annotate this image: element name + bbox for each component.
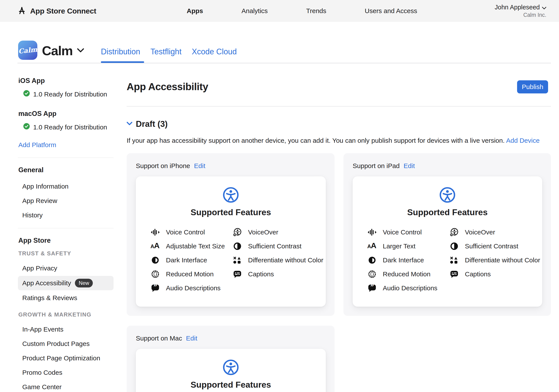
sidebar-item-label: Game Center	[22, 383, 62, 391]
feature-item: Voice Control	[150, 225, 232, 239]
sidebar-item-game-center[interactable]: Game Center	[18, 380, 113, 392]
feature-item: Reduced Motion	[367, 267, 449, 281]
feature-item: AAAdjustable Text Size	[150, 239, 232, 253]
new-badge: New	[75, 279, 93, 287]
feature-label: Adjustable Text Size	[166, 243, 225, 250]
feature-label: Dark Interface	[166, 256, 207, 264]
draft-description: If your app has accessibility support on…	[127, 137, 540, 145]
feature-item: VoiceOver	[232, 225, 326, 239]
differentiate-without-color-icon	[449, 255, 459, 265]
sidebar-item-app-information[interactable]: App Information	[18, 180, 113, 193]
larger-text-icon: AA	[367, 241, 377, 251]
differentiate-without-color-icon	[232, 255, 242, 265]
support-cards: Support on iPhone Edit Supported Feature…	[127, 153, 551, 392]
audio-descriptions-icon: ”	[150, 283, 160, 293]
feature-item: Reduced Motion	[150, 267, 232, 281]
dark-interface-icon	[367, 255, 377, 265]
supported-features-panel: Supported Features Voice ControlAALarger…	[353, 176, 542, 307]
feature-label: Reduced Motion	[166, 270, 214, 278]
draft-section-toggle[interactable]: Draft (3)	[127, 119, 168, 129]
sidebar-item-history[interactable]: History	[18, 209, 113, 222]
voice-control-icon	[367, 227, 377, 237]
feature-item: Captions	[232, 267, 326, 281]
svg-text:A: A	[154, 241, 160, 250]
sidebar-heading-app-store: App Store	[18, 237, 113, 245]
sidebar-item-app-privacy[interactable]: App Privacy	[18, 262, 113, 275]
app-name: Calm	[42, 42, 73, 59]
tab-xcode-cloud[interactable]: Xcode Cloud	[192, 47, 237, 56]
add-device-link[interactable]: Add Device	[506, 137, 540, 144]
user-name: John Appleseed	[495, 4, 540, 11]
svg-text:”: ”	[154, 283, 158, 291]
feature-item: Dark Interface	[367, 253, 449, 267]
app-switcher[interactable]: Calm	[42, 42, 84, 59]
edit-link[interactable]: Edit	[194, 162, 205, 170]
sidebar-item-label: Product Page Optimization	[22, 354, 100, 362]
sufficient-contrast-icon	[232, 241, 242, 251]
reduced-motion-icon	[367, 269, 377, 279]
nav-trends[interactable]: Trends	[306, 7, 326, 15]
sidebar-item-label: Custom Product Pages	[22, 340, 90, 348]
app-tabs: DistributionTestflightXcode Cloud	[101, 47, 237, 56]
app-store-connect-logo-icon	[17, 6, 27, 16]
supported-features-title: Supported Features	[191, 380, 271, 390]
support-card-ipad: Support on iPad Edit Supported Features …	[344, 153, 551, 316]
chevron-down-icon	[77, 48, 84, 54]
chevron-down-icon	[127, 122, 132, 126]
draft-section-title: Draft (3)	[136, 119, 168, 129]
sidebar-item-product-page-optimization[interactable]: Product Page Optimization	[18, 351, 113, 365]
sidebar-item-label: Ratings & Reviews	[22, 294, 77, 302]
edit-link[interactable]: Edit	[186, 334, 197, 342]
feature-label: Captions	[465, 270, 491, 278]
nav-users-and-access[interactable]: Users and Access	[365, 7, 417, 15]
tab-distribution[interactable]: Distribution	[101, 47, 140, 56]
reduced-motion-icon	[150, 269, 160, 279]
edit-link[interactable]: Edit	[403, 162, 415, 170]
sidebar-item-ratings-reviews[interactable]: Ratings & Reviews	[18, 291, 113, 305]
accessibility-icon	[223, 187, 239, 203]
nav-apps[interactable]: Apps	[187, 7, 203, 15]
main-divider	[127, 106, 551, 107]
active-tab-underline	[101, 61, 144, 63]
supported-features-panel: Supported Features Voice ControlAAAdjust…	[136, 176, 326, 307]
features-column-right: VoiceOverSufficient ContrastDifferentiat…	[449, 225, 542, 295]
supported-features-title: Supported Features	[191, 207, 271, 217]
main-content: App Accessibility Publish Draft (3) If y…	[127, 76, 551, 392]
supported-features-panel: Supported Features	[136, 349, 326, 392]
feature-label: Audio Descriptions	[383, 284, 437, 292]
feature-item: Voice Control	[367, 225, 449, 239]
accessibility-icon	[439, 187, 456, 203]
nav-analytics[interactable]: Analytics	[242, 7, 268, 15]
macos-version-status[interactable]: 1.0 Ready for Distribution	[23, 123, 113, 131]
top-navigation-bar: App Store Connect AppsAnalyticsTrendsUse…	[0, 0, 559, 22]
feature-item: Sufficient Contrast	[232, 239, 326, 253]
features-column-left: Voice ControlAAAdjustable Text SizeDark …	[150, 225, 232, 295]
feature-item: Captions	[449, 267, 542, 281]
app-store-connect-brand[interactable]: App Store Connect	[17, 0, 96, 22]
feature-label: Differentiate without Color	[248, 256, 323, 264]
sidebar-item-promo-codes[interactable]: Promo Codes	[18, 366, 113, 379]
svg-text:”: ”	[370, 283, 374, 291]
sidebar-item-app-accessibility[interactable]: App AccessibilityNew	[18, 276, 113, 290]
captions-icon	[232, 269, 242, 279]
support-card-mac: Support on Mac Edit Supported Features	[127, 326, 335, 392]
svg-text:A: A	[371, 241, 376, 250]
ios-version-status[interactable]: 1.0 Ready for Distribution	[23, 90, 113, 99]
dark-interface-icon	[150, 255, 160, 265]
card-title: Support on iPad	[353, 162, 400, 170]
publish-button[interactable]: Publish	[517, 80, 548, 93]
feature-item: AALarger Text	[367, 239, 449, 253]
user-menu[interactable]: John Appleseed Calm Inc.	[495, 0, 546, 22]
sufficient-contrast-icon	[449, 241, 459, 251]
feature-label: Reduced Motion	[383, 270, 430, 278]
sidebar-item-custom-product-pages[interactable]: Custom Product Pages	[18, 337, 113, 351]
feature-label: Sufficient Contrast	[465, 243, 518, 250]
sidebar-item-in-app-events[interactable]: In-App Events	[18, 323, 113, 336]
draft-description-text: If your app has accessibility support on…	[127, 137, 505, 144]
features-column-left: Voice ControlAALarger TextDark Interface…	[367, 225, 449, 295]
voiceover-icon	[449, 227, 459, 237]
sidebar-item-app-review[interactable]: App Review	[18, 194, 113, 208]
tab-testflight[interactable]: Testflight	[150, 47, 181, 56]
add-platform-link[interactable]: Add Platform	[18, 141, 56, 149]
feature-label: Voice Control	[166, 228, 205, 236]
